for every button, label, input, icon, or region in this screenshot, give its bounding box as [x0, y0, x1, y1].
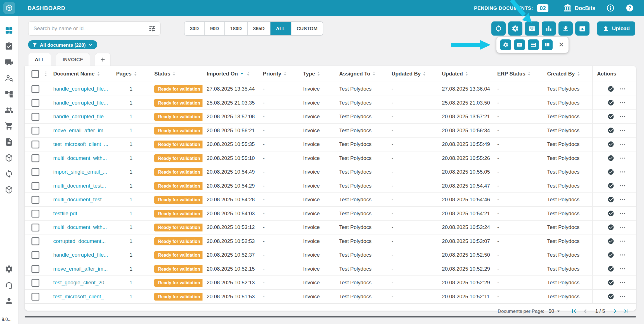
row-checkbox[interactable]: [32, 182, 40, 190]
document-link[interactable]: multi_document_with...: [53, 155, 107, 161]
document-link[interactable]: testfile.pdf: [53, 211, 77, 216]
row-checkbox[interactable]: [32, 99, 40, 107]
row-checkbox[interactable]: [32, 196, 40, 204]
app-logo[interactable]: [3, 2, 15, 14]
row-checkbox[interactable]: [32, 168, 40, 176]
row-checkbox[interactable]: [32, 126, 40, 134]
validate-check-icon[interactable]: [607, 141, 614, 148]
row-menu-icon[interactable]: [619, 238, 626, 245]
document-link[interactable]: corrupted_document...: [53, 238, 106, 244]
next-page-button[interactable]: [611, 307, 619, 315]
previous-page-button[interactable]: [581, 307, 589, 315]
row-menu-icon[interactable]: [619, 210, 626, 217]
column-header-updated-by[interactable]: Updated By: [387, 66, 438, 82]
row-menu-icon[interactable]: [619, 293, 626, 300]
document-link[interactable]: move_email_after_im...: [53, 127, 108, 133]
select-all-checkbox[interactable]: [32, 70, 39, 78]
row-menu-icon[interactable]: [619, 127, 626, 134]
sidebar-item-sync[interactable]: [5, 169, 14, 178]
column-header-type[interactable]: Type: [299, 66, 335, 82]
column-header-erp-status[interactable]: ERP Status: [493, 66, 543, 82]
row-menu-icon[interactable]: [619, 252, 626, 258]
document-link[interactable]: test_microsoft_client_...: [53, 294, 108, 299]
documents-filter-pill[interactable]: All documents (228): [28, 40, 98, 49]
document-link[interactable]: multi_document_test...: [53, 183, 106, 189]
range-365d[interactable]: 365D: [247, 22, 270, 35]
row-menu-icon[interactable]: [619, 183, 626, 189]
popup-columns-button[interactable]: [542, 39, 553, 50]
row-menu-icon[interactable]: [619, 279, 626, 286]
document-link[interactable]: multi_document_test...: [53, 197, 106, 203]
range-custom[interactable]: CUSTOM: [291, 22, 323, 35]
row-checkbox[interactable]: [32, 265, 40, 273]
row-menu-icon[interactable]: [619, 155, 626, 162]
document-link[interactable]: test_microsoft_client_...: [53, 141, 108, 147]
search-input[interactable]: [33, 25, 148, 32]
range-180d[interactable]: 180D: [224, 22, 247, 35]
row-menu-icon[interactable]: [619, 196, 626, 203]
validate-check-icon[interactable]: [607, 210, 614, 217]
tab-invoice[interactable]: INVOICE: [56, 53, 89, 66]
keyboard-button[interactable]: [525, 22, 539, 36]
info-icon[interactable]: [606, 4, 615, 12]
settings-button[interactable]: [508, 22, 522, 36]
unarchive-button[interactable]: [575, 22, 589, 36]
sidebar-item-settings[interactable]: [5, 265, 14, 274]
validate-check-icon[interactable]: [607, 183, 614, 189]
row-checkbox[interactable]: [32, 85, 40, 93]
row-checkbox[interactable]: [32, 140, 40, 148]
export-button[interactable]: [558, 22, 572, 36]
column-header-imported-on[interactable]: Imported On: [203, 66, 259, 82]
range-all[interactable]: ALL: [270, 22, 291, 35]
document-link[interactable]: handle_corrupted_file...: [53, 114, 108, 120]
sidebar-item-support[interactable]: [5, 281, 14, 290]
range-90d[interactable]: 90D: [204, 22, 224, 35]
last-page-button[interactable]: [623, 307, 630, 315]
document-link[interactable]: import_single_email_...: [53, 169, 107, 175]
column-header-priority[interactable]: Priority: [259, 66, 299, 82]
row-menu-icon[interactable]: [619, 86, 626, 92]
validate-check-icon[interactable]: [607, 293, 614, 300]
validate-check-icon[interactable]: [607, 155, 614, 162]
horizontal-scrollbar[interactable]: [25, 316, 636, 318]
sidebar-item-dashboard[interactable]: [5, 26, 14, 35]
popup-settings-button[interactable]: [500, 39, 511, 50]
validate-check-icon[interactable]: [607, 238, 614, 245]
column-header-assigned-to[interactable]: Assigned To: [335, 66, 388, 82]
sidebar-item-tasks[interactable]: [5, 42, 14, 51]
validate-check-icon[interactable]: [607, 127, 614, 134]
filter-tune-icon[interactable]: [148, 25, 156, 32]
popup-card-button[interactable]: [528, 39, 539, 50]
validate-check-icon[interactable]: [607, 266, 614, 272]
popup-close-button[interactable]: ✕: [558, 42, 565, 48]
row-menu-icon[interactable]: [619, 100, 626, 106]
analytics-button[interactable]: [541, 22, 556, 36]
row-checkbox[interactable]: [32, 154, 40, 162]
document-link[interactable]: handle_corrupted_file...: [53, 86, 108, 92]
document-link[interactable]: handle_corrupted_file...: [53, 100, 108, 106]
row-menu-icon[interactable]: [619, 224, 626, 231]
header-menu-icon[interactable]: [43, 70, 49, 77]
sync-button[interactable]: [491, 22, 505, 36]
sidebar-item-products[interactable]: [5, 185, 14, 194]
sidebar-item-audit[interactable]: [5, 74, 14, 83]
row-checkbox[interactable]: [32, 113, 40, 121]
validate-check-icon[interactable]: [607, 113, 614, 120]
document-link[interactable]: handle_corrupted_file...: [53, 252, 108, 258]
validate-check-icon[interactable]: [607, 279, 614, 286]
sidebar-item-workflow[interactable]: [5, 90, 14, 99]
sidebar-item-documents[interactable]: [5, 138, 14, 146]
validate-check-icon[interactable]: [607, 224, 614, 231]
column-header-document-name[interactable]: Document Name: [49, 66, 112, 82]
validate-check-icon[interactable]: [607, 169, 614, 175]
validate-check-icon[interactable]: [607, 252, 614, 258]
range-30d[interactable]: 30D: [184, 22, 204, 35]
validate-check-icon[interactable]: [607, 100, 614, 106]
validate-check-icon[interactable]: [607, 86, 614, 92]
sidebar-item-purchases[interactable]: [5, 122, 14, 131]
document-link[interactable]: multi_document_with...: [53, 224, 107, 230]
row-checkbox[interactable]: [32, 223, 40, 231]
row-menu-icon[interactable]: [619, 169, 626, 175]
help-icon[interactable]: [626, 4, 634, 12]
column-header-status[interactable]: Status: [150, 66, 203, 82]
